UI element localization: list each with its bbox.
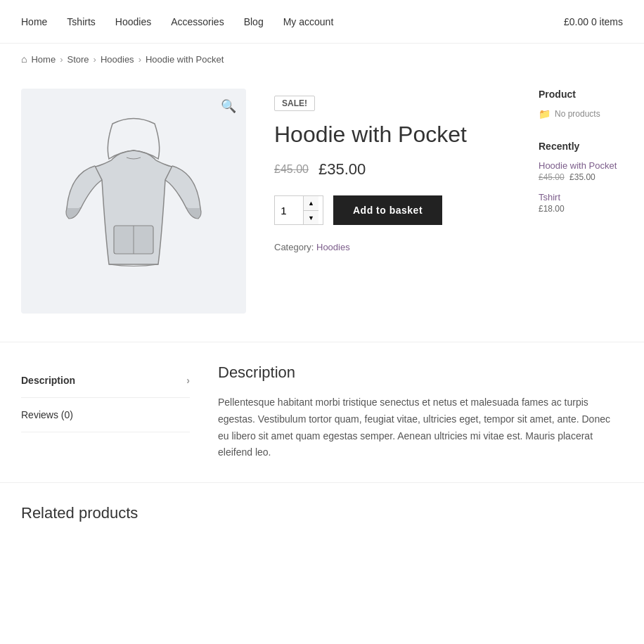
category-link[interactable]: Hoodies bbox=[316, 242, 350, 252]
tab-description[interactable]: Description › bbox=[21, 363, 190, 398]
recently-item-1-price: £45.00 £35.00 bbox=[539, 172, 623, 182]
add-to-basket-button[interactable]: Add to basket bbox=[333, 195, 442, 225]
nav-blog[interactable]: Blog bbox=[244, 16, 264, 27]
cart-items: 0 items bbox=[591, 16, 623, 27]
nav-home[interactable]: Home bbox=[21, 16, 47, 27]
tab-description-label: Description bbox=[21, 375, 75, 386]
recently-item-1-price-old: £45.00 bbox=[539, 172, 565, 182]
sidebar-recently-section: Recently Hoodie with Pocket £45.00 £35.0… bbox=[539, 141, 623, 214]
breadcrumb: ⌂ Home › Store › Hoodies › Hoodie with P… bbox=[0, 44, 644, 75]
tab-content-description: Description Pellentesque habitant morbi … bbox=[218, 363, 623, 461]
cart-info: £0.00 0 items bbox=[564, 16, 623, 27]
breadcrumb-home[interactable]: Home bbox=[31, 54, 56, 65]
nav-hoodies[interactable]: Hoodies bbox=[115, 16, 151, 27]
recently-item-2-price: £18.00 bbox=[539, 204, 623, 214]
related-products-title: Related products bbox=[21, 504, 623, 522]
zoom-icon[interactable]: 🔍 bbox=[221, 98, 236, 114]
quantity-input-wrap: ▲ ▼ bbox=[274, 195, 323, 225]
quantity-up-button[interactable]: ▲ bbox=[304, 196, 318, 211]
product-image bbox=[56, 110, 211, 292]
recently-item-1-link[interactable]: Hoodie with Pocket bbox=[539, 160, 623, 171]
price-old: £45.00 bbox=[274, 163, 309, 176]
sidebar-recently-title: Recently bbox=[539, 141, 623, 152]
main-layout: 🔍 bbox=[0, 75, 644, 328]
product-section: 🔍 bbox=[21, 89, 517, 314]
quantity-input[interactable] bbox=[275, 196, 303, 224]
breadcrumb-hoodies[interactable]: Hoodies bbox=[101, 54, 134, 65]
price-new: £35.00 bbox=[318, 160, 366, 179]
tabs-sidebar: Description › Reviews (0) bbox=[21, 363, 190, 461]
description-title: Description bbox=[218, 363, 623, 382]
nav-accessories[interactable]: Accessories bbox=[171, 16, 224, 27]
category-label: Category: bbox=[274, 242, 314, 252]
tab-reviews[interactable]: Reviews (0) bbox=[21, 398, 190, 432]
folder-icon: 📁 bbox=[539, 108, 550, 120]
recently-item-1-price-new: £35.00 bbox=[569, 172, 595, 182]
breadcrumb-sep-1: › bbox=[60, 54, 63, 65]
tabs-section: Description › Reviews (0) Description Pe… bbox=[0, 342, 644, 482]
recently-item-2-price-new: £18.00 bbox=[539, 204, 565, 214]
main-nav: Home Tshirts Hoodies Accessories Blog My… bbox=[21, 16, 333, 27]
recently-item-2-link[interactable]: Tshirt bbox=[539, 192, 623, 202]
no-products-text: No products bbox=[555, 109, 600, 119]
nav-my-account[interactable]: My account bbox=[283, 16, 334, 27]
sidebar: Product 📁 No products Recently Hoodie wi… bbox=[539, 89, 623, 314]
description-text: Pellentesque habitant morbi tristique se… bbox=[218, 394, 623, 461]
recently-item-2: Tshirt £18.00 bbox=[539, 192, 623, 214]
category-line: Category: Hoodies bbox=[274, 242, 517, 252]
sidebar-no-products: 📁 No products bbox=[539, 108, 623, 120]
product-image-wrap: 🔍 bbox=[21, 89, 246, 314]
quantity-wrap: ▲ ▼ Add to basket bbox=[274, 195, 517, 225]
breadcrumb-sep-3: › bbox=[139, 54, 141, 65]
breadcrumb-sep-2: › bbox=[94, 54, 96, 65]
product-title: Hoodie with Pocket bbox=[274, 121, 517, 148]
cart-price: £0.00 bbox=[564, 16, 588, 27]
breadcrumb-current: Hoodie with Pocket bbox=[146, 54, 224, 65]
quantity-down-button[interactable]: ▼ bbox=[304, 211, 318, 225]
price-wrap: £45.00 £35.00 bbox=[274, 160, 517, 179]
quantity-arrows: ▲ ▼ bbox=[303, 196, 318, 224]
sale-badge: SALE! bbox=[274, 96, 315, 111]
recently-item-1: Hoodie with Pocket £45.00 £35.00 bbox=[539, 160, 623, 182]
tab-description-arrow: › bbox=[186, 375, 190, 386]
tab-reviews-label: Reviews (0) bbox=[21, 409, 73, 420]
sidebar-product-section: Product 📁 No products bbox=[539, 89, 623, 120]
sidebar-product-title: Product bbox=[539, 89, 623, 100]
nav-tshirts[interactable]: Tshirts bbox=[67, 16, 95, 27]
related-products-section: Related products bbox=[0, 482, 644, 558]
breadcrumb-store[interactable]: Store bbox=[67, 54, 89, 65]
product-info: SALE! Hoodie with Pocket £45.00 £35.00 ▲… bbox=[274, 89, 517, 314]
header: Home Tshirts Hoodies Accessories Blog My… bbox=[0, 0, 644, 44]
home-icon: ⌂ bbox=[21, 53, 27, 65]
